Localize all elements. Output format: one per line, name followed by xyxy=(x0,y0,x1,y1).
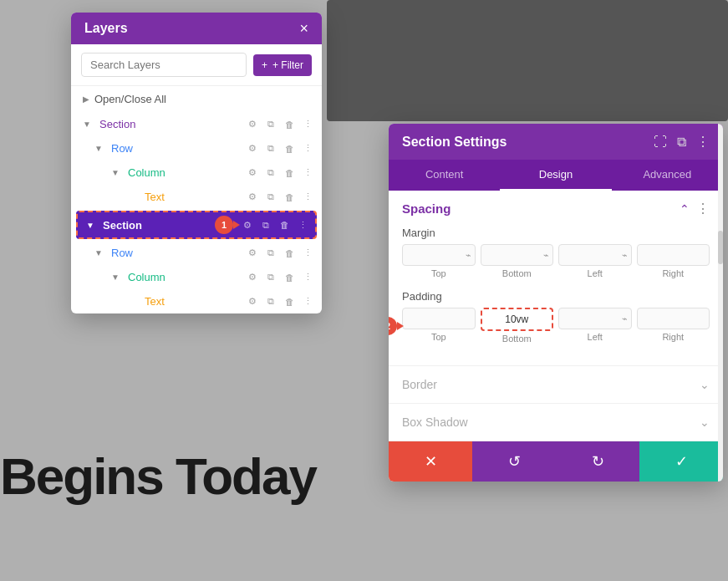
open-close-all[interactable]: ▶ Open/Close All xyxy=(71,86,322,112)
settings-icon[interactable]: ⚙ xyxy=(245,246,260,261)
hero-text: Begins Today xyxy=(0,446,316,506)
redo-button[interactable]: ↻ xyxy=(556,441,639,482)
padding-bottom-input-wrap xyxy=(481,308,554,331)
spacing-more-icon[interactable]: ⋮ xyxy=(696,201,710,217)
link-icon[interactable]: ⌁ xyxy=(619,250,631,261)
toggle-icon[interactable]: ▼ xyxy=(83,120,94,129)
text-1-label: Text xyxy=(140,189,245,205)
tree-item-col-2[interactable]: ▼ Column ⚙ ⧉ 🗑 ⋮ xyxy=(71,265,322,289)
box-shadow-section[interactable]: Box Shadow ⌄ xyxy=(389,404,723,441)
tree-item-section-1[interactable]: ▼ Section ⚙ ⧉ 🗑 ⋮ xyxy=(71,112,322,136)
settings-icon[interactable]: ⚙ xyxy=(245,190,260,205)
duplicate-icon[interactable]: ⧉ xyxy=(263,166,278,181)
fullscreen-icon[interactable]: ⛶ xyxy=(654,135,667,150)
settings-icon[interactable]: ⚙ xyxy=(245,166,260,181)
margin-bottom-input-wrap: ⌁ xyxy=(481,244,554,266)
padding-right-input[interactable] xyxy=(638,308,710,329)
cancel-button[interactable]: ✕ xyxy=(389,441,472,482)
more-icon[interactable]: ⋮ xyxy=(300,294,315,309)
delete-icon[interactable]: 🗑 xyxy=(282,246,297,261)
delete-icon[interactable]: 🗑 xyxy=(282,141,297,156)
more-icon[interactable]: ⋮ xyxy=(295,217,310,232)
search-input[interactable] xyxy=(81,53,247,77)
tab-advanced[interactable]: Advanced xyxy=(612,160,723,191)
toggle-icon[interactable]: ▼ xyxy=(86,221,98,230)
settings-icon[interactable]: ⚙ xyxy=(240,217,255,232)
delete-icon[interactable]: 🗑 xyxy=(277,217,292,232)
filter-button[interactable]: + + Filter xyxy=(253,54,312,76)
margin-top-input[interactable] xyxy=(403,245,462,265)
delete-icon[interactable]: 🗑 xyxy=(282,117,297,132)
margin-left-label: Left xyxy=(588,268,603,278)
redo-icon: ↻ xyxy=(592,452,604,471)
more-icon[interactable]: ⋮ xyxy=(300,141,315,156)
padding-bottom-input[interactable] xyxy=(482,309,552,329)
padding-top-input[interactable] xyxy=(403,308,475,329)
badge-2: 2 xyxy=(389,317,397,335)
tree-item-section-2-selected[interactable]: ▼ Section 1 ⚙ ⧉ 🗑 ⋮ xyxy=(76,211,317,239)
link-icon[interactable]: ⌁ xyxy=(462,250,475,261)
delete-icon[interactable]: 🗑 xyxy=(282,270,297,285)
collapse-icon[interactable]: ⌃ xyxy=(680,202,690,216)
link-icon[interactable]: ⌁ xyxy=(619,313,631,324)
more-icon[interactable]: ⋮ xyxy=(300,270,315,285)
margin-left-input[interactable] xyxy=(559,245,619,265)
padding-right-label: Right xyxy=(662,332,684,342)
tree-item-row-2[interactable]: ▼ Row ⚙ ⧉ 🗑 ⋮ xyxy=(71,241,322,265)
duplicate-icon[interactable]: ⧉ xyxy=(263,141,278,156)
duplicate-icon[interactable]: ⧉ xyxy=(263,294,278,309)
duplicate-icon[interactable]: ⧉ xyxy=(263,190,278,205)
box-shadow-title: Box Shadow xyxy=(402,415,468,429)
tab-content[interactable]: Content xyxy=(389,160,500,191)
row-1-label: Row xyxy=(106,140,245,156)
settings-icon[interactable]: ⚙ xyxy=(245,294,260,309)
undo-icon: ↺ xyxy=(508,452,521,471)
close-icon[interactable]: × xyxy=(299,21,308,36)
settings-icon[interactable]: ⚙ xyxy=(245,270,260,285)
text-2-label: Text xyxy=(140,293,245,309)
tree-item-col-1[interactable]: ▼ Column ⚙ ⧉ 🗑 ⋮ xyxy=(71,161,322,185)
toggle-icon[interactable]: ▼ xyxy=(94,248,106,257)
split-icon[interactable]: ⧉ xyxy=(677,135,686,150)
tree-item-row-1[interactable]: ▼ Row ⚙ ⧉ 🗑 ⋮ xyxy=(71,136,322,161)
margin-left-cell: ⌁ Left xyxy=(558,244,632,278)
item-actions: ⚙ ⧉ 🗑 ⋮ xyxy=(245,270,315,285)
padding-right-cell: Right xyxy=(637,308,710,344)
row-2-label: Row xyxy=(106,245,245,261)
toggle-icon[interactable]: ▼ xyxy=(111,168,123,177)
delete-icon[interactable]: 🗑 xyxy=(282,294,297,309)
delete-icon[interactable]: 🗑 xyxy=(282,166,297,181)
link-icon[interactable]: ⌁ xyxy=(540,250,552,261)
duplicate-icon[interactable]: ⧉ xyxy=(258,217,273,232)
layers-header: Layers × xyxy=(71,13,322,44)
more-icon[interactable]: ⋮ xyxy=(300,246,315,261)
open-close-label: Open/Close All xyxy=(94,93,166,105)
more-icon[interactable]: ⋮ xyxy=(300,166,315,181)
settings-icon[interactable]: ⚙ xyxy=(245,117,260,132)
duplicate-icon[interactable]: ⧉ xyxy=(263,246,278,261)
more-icon[interactable]: ⋮ xyxy=(300,190,315,205)
duplicate-icon[interactable]: ⧉ xyxy=(263,117,278,132)
toggle-icon[interactable]: ▼ xyxy=(94,144,106,153)
border-section[interactable]: Border ⌄ xyxy=(389,366,723,404)
settings-icon[interactable]: ⚙ xyxy=(245,141,260,156)
more-options-icon[interactable]: ⋮ xyxy=(696,134,710,150)
border-title: Border xyxy=(402,378,437,391)
save-button[interactable]: ✓ xyxy=(639,441,723,482)
toggle-icon[interactable]: ▼ xyxy=(111,273,123,282)
margin-right-input[interactable] xyxy=(638,245,710,265)
padding-left-cell: ⌁ Left xyxy=(558,308,632,344)
margin-bottom-input[interactable] xyxy=(481,245,541,265)
tree-item-text-1[interactable]: Text ⚙ ⧉ 🗑 ⋮ xyxy=(71,185,322,209)
padding-left-input[interactable] xyxy=(559,308,619,329)
padding-top-label: Top xyxy=(431,332,446,342)
tree-item-text-2[interactable]: Text ⚙ ⧉ 🗑 ⋮ xyxy=(71,289,322,313)
delete-icon[interactable]: 🗑 xyxy=(282,190,297,205)
undo-button[interactable]: ↺ xyxy=(472,441,556,482)
duplicate-icon[interactable]: ⧉ xyxy=(263,270,278,285)
col-2-label: Column xyxy=(123,269,245,285)
tab-design[interactable]: Design xyxy=(500,160,611,191)
more-icon[interactable]: ⋮ xyxy=(300,117,315,132)
section-1-label: Section xyxy=(94,116,245,132)
scrollbar-thumb[interactable] xyxy=(718,231,723,264)
